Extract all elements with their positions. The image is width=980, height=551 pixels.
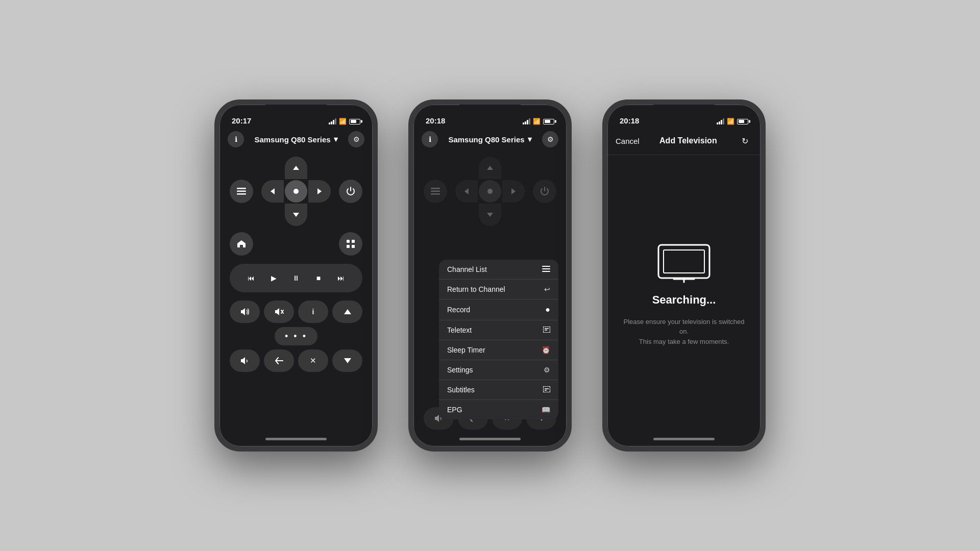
ctrl-row-1b: • • • [230,327,362,345]
dropdown-item-channel-list[interactable]: Channel List [439,260,558,280]
signal-icon-3 [717,118,724,124]
svg-rect-16 [664,250,704,273]
svg-rect-9 [431,193,440,195]
wifi-icon-1: 📶 [339,118,347,125]
dropdown-item-record[interactable]: Record ● [439,299,558,320]
svg-rect-3 [347,240,350,243]
ctrl-row-1a: i [230,300,362,323]
svg-rect-11 [542,268,550,269]
channel-down-button-1[interactable] [332,349,362,372]
dpad-left-1[interactable] [261,180,284,203]
chevron-down-icon-2: ▾ [528,135,532,144]
wifi-icon-3: 📶 [727,118,734,125]
phone-content-2: ℹ Samsung Q80 Series ▾ ⚙ [413,127,567,434]
device-name-1: Samsung Q80 Series [254,135,330,144]
remote-area-1: ⏮ ▶ ⏸ ■ ⏭ [219,152,373,434]
dpad-up-1[interactable] [285,157,307,179]
channel-list-icon [542,265,550,273]
power-button-2-bg [533,180,556,203]
svg-rect-13 [543,327,550,333]
play-button-1[interactable]: ▶ [263,269,284,287]
battery-icon-1 [349,119,360,124]
subtitles-icon [543,386,550,394]
dropdown-label-epg: EPG [447,406,462,414]
media-row-1: ⏮ ▶ ⏸ ■ ⏭ [230,264,362,292]
settings-button-2[interactable]: ⚙ [542,131,558,147]
svg-rect-8 [431,191,440,192]
return-channel-icon: ↩ [544,285,550,293]
app-header-1: ℹ Samsung Q80 Series ▾ ⚙ [219,127,373,152]
notch-3 [653,105,715,119]
tv-icon-3 [656,242,712,283]
volume-down-button-1[interactable] [230,349,260,372]
phone-3: 20:18 📶 Cancel Add Television ↻ [602,99,766,452]
phone-2: 20:18 📶 ℹ Samsung Q80 Series ▾ ⚙ [408,99,572,452]
grid-button-1[interactable] [339,232,362,256]
svg-rect-12 [542,271,550,272]
dropdown-menu-2: Channel List Return to Channel ↩ Record … [439,260,558,419]
status-time-2: 20:18 [426,116,445,125]
volume-up-button-1[interactable] [230,300,260,323]
mute-button-1[interactable] [264,300,294,323]
more-button-1[interactable]: • • • [275,327,317,345]
status-icons-3: 📶 [717,118,748,125]
settings-icon: ⚙ [544,366,550,374]
dropdown-label-channel-list: Channel List [447,265,487,273]
home-indicator-2 [459,438,521,440]
phone-content-1: ℹ Samsung Q80 Series ▾ ⚙ [219,127,373,434]
dpad-section-1 [230,157,362,226]
svg-rect-6 [352,245,355,248]
guide-button-2-bg [424,180,447,203]
dropdown-item-subtitles[interactable]: Subtitles [439,380,558,400]
dpad-down-1[interactable] [285,204,307,226]
dropdown-item-epg[interactable]: EPG 📖 [439,400,558,419]
status-icons-2: 📶 [523,118,554,125]
notch-1 [265,105,327,119]
rewind-button-1[interactable]: ⏮ [241,269,261,287]
pause-button-1[interactable]: ⏸ [286,269,306,287]
dpad-right-1[interactable] [308,180,331,203]
channel-up-button-1[interactable] [332,300,362,323]
forward-button-1[interactable]: ⏭ [331,269,351,287]
add-tv-title-3: Add Television [659,136,717,145]
more-dots-1: • • • [285,331,307,342]
battery-icon-2 [543,119,554,124]
home-button-1[interactable] [230,232,253,256]
searching-area-3: Searching... Please ensure your televisi… [607,155,761,434]
dropdown-item-return-channel[interactable]: Return to Channel ↩ [439,280,558,299]
settings-button-1[interactable]: ⚙ [348,131,364,147]
close-button-1[interactable]: ✕ [298,349,328,372]
dropdown-item-sleep-timer[interactable]: Sleep Timer ⏰ [439,340,558,360]
guide-button-1[interactable] [230,180,253,203]
refresh-button-3[interactable]: ↻ [737,133,752,148]
searching-title-3: Searching... [652,293,716,307]
searching-desc-3: Please ensure your television is switche… [623,317,745,347]
svg-rect-4 [352,240,355,243]
svg-rect-1 [237,191,246,192]
info-button-1[interactable]: ℹ [228,131,244,147]
epg-icon: 📖 [542,406,550,414]
dpad-center-1[interactable] [285,180,307,203]
status-icons-1: 📶 [329,118,360,125]
dropdown-label-return-channel: Return to Channel [447,285,505,293]
power-button-1[interactable] [339,180,362,203]
header-title-2[interactable]: Samsung Q80 Series ▾ [448,135,531,144]
app-header-2: ℹ Samsung Q80 Series ▾ ⚙ [413,127,567,152]
battery-icon-3 [737,119,748,124]
svg-rect-5 [347,245,350,248]
svg-rect-2 [237,193,246,195]
stop-button-1[interactable]: ■ [308,269,329,287]
info-button-2[interactable]: ℹ [422,131,438,147]
header-title-1[interactable]: Samsung Q80 Series ▾ [254,135,337,144]
svg-rect-0 [237,188,246,189]
back-button-1[interactable] [264,349,294,372]
dropdown-item-settings[interactable]: Settings ⚙ [439,360,558,380]
dropdown-item-teletext[interactable]: Teletext [439,320,558,340]
phone-1: 20:17 📶 ℹ Samsung Q80 Series ▾ ⚙ [214,99,378,452]
signal-icon-1 [329,118,336,124]
device-name-2: Samsung Q80 Series [448,135,524,144]
info-btn-1[interactable]: i [298,300,328,323]
wifi-icon-2: 📶 [533,118,541,125]
add-tv-header-3: Cancel Add Television ↻ [607,127,761,155]
cancel-button-3[interactable]: Cancel [616,137,640,145]
